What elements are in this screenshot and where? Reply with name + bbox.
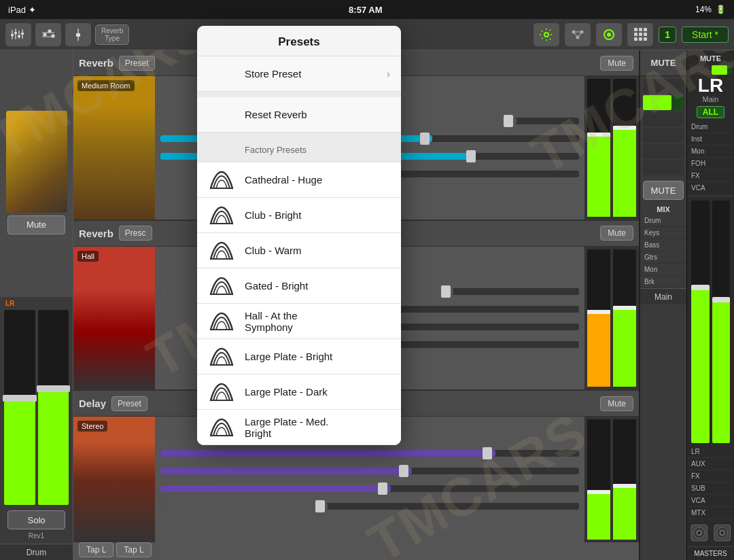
reverb2-vu	[584, 247, 639, 390]
vu2-ch1-handle[interactable]	[587, 310, 610, 314]
preset-large-plate-med-bright[interactable]: Large Plate - Med.Bright	[197, 410, 401, 445]
reverb1-vu	[584, 76, 639, 220]
reverb1-thumb-3[interactable]	[466, 150, 476, 162]
master-fader-aux[interactable]	[712, 200, 731, 443]
mute-button-top[interactable]: Mute	[7, 215, 65, 234]
nodes-icon[interactable]	[565, 23, 591, 46]
factory-header-icon	[208, 139, 235, 161]
preset-club-warm[interactable]: Club - Warm	[197, 233, 401, 268]
reverb1-thumb-2[interactable]	[420, 133, 430, 145]
grid-icon[interactable]	[627, 23, 653, 46]
delay-slider-4	[160, 499, 579, 514]
master-item-lr: LR	[687, 446, 734, 458]
speaker-icon-left	[690, 523, 709, 542]
transport-number[interactable]: 1	[659, 27, 676, 43]
mute-keys-fill	[643, 95, 671, 110]
delay-track-2[interactable]	[160, 468, 579, 474]
master-fader-lr[interactable]	[691, 200, 710, 443]
store-preset-item[interactable]: Store Preset ›	[197, 56, 401, 92]
reverb2-mute-button[interactable]: Mute	[600, 226, 633, 241]
vu-ch1	[587, 79, 610, 217]
delay-thumb-2[interactable]	[399, 465, 408, 477]
fader-channels	[4, 307, 68, 508]
vu2-ch1-fill	[587, 311, 610, 387]
svg-rect-2	[18, 31, 20, 39]
mixer-main-label: Main	[640, 288, 686, 304]
preset-hall-symphony[interactable]: Hall - At theSymphony	[197, 304, 401, 339]
all-badge[interactable]: ALL	[697, 106, 724, 118]
preset-large-plate-bright[interactable]: Large Plate - Bright	[197, 339, 401, 374]
mute-ch-gtrs	[643, 128, 684, 143]
vu3-ch1-handle[interactable]	[587, 490, 610, 494]
fader-ch1-handle[interactable]	[3, 395, 36, 402]
svg-line-21	[578, 32, 582, 37]
svg-rect-7	[21, 33, 24, 35]
mono-icon[interactable]	[65, 23, 91, 46]
fader-ch2-handle[interactable]	[37, 385, 70, 392]
delay-track-3[interactable]	[160, 485, 579, 492]
mute-ch-bass	[643, 111, 684, 126]
circle-icon[interactable]	[596, 23, 622, 46]
label-club-bright: Club - Bright	[245, 209, 390, 221]
fader-ch1[interactable]	[4, 310, 35, 505]
vu1-handle[interactable]	[587, 133, 610, 137]
reverb2-thumbnail: Hall	[73, 247, 155, 390]
delay-preset-button[interactable]: Preset	[111, 396, 147, 411]
reverb1-mute-button[interactable]: Mute	[600, 56, 633, 71]
mute-channel-list	[640, 76, 686, 178]
mixer-mute-button[interactable]: MUTE	[643, 181, 684, 200]
master-ch-mon: Mon	[687, 145, 734, 158]
left-fader-panel: Mute LR Solo Rev1 Drum	[0, 50, 73, 560]
delay-thumb-4[interactable]	[315, 500, 325, 512]
reverb2-preset-button[interactable]: Presc	[119, 226, 152, 241]
preset-club-bright[interactable]: Club - Bright	[197, 198, 401, 233]
svg-point-23	[607, 33, 611, 37]
delay-track-4[interactable]	[160, 503, 579, 510]
preset-icon-hall-symphony	[208, 311, 235, 332]
ch-keys: Keys	[640, 227, 686, 239]
eq-icon[interactable]	[35, 23, 61, 46]
reset-reverb-item[interactable]: Reset Reverb	[197, 97, 401, 133]
reverb1-name: Reverb	[79, 57, 113, 69]
solo-button[interactable]: Solo	[7, 510, 65, 529]
preset-cathedral-huge[interactable]: Cathedral - Huge	[197, 162, 401, 198]
vu3-ch2-handle[interactable]	[613, 484, 636, 488]
delay-fill-1	[160, 450, 495, 457]
master-item-aux: AUX	[687, 458, 734, 470]
reverb2-thumb-label: Hall	[77, 251, 99, 262]
rev1-label: Rev1	[29, 532, 44, 540]
delay-slider-1	[160, 446, 579, 461]
master-aux-handle[interactable]	[712, 297, 731, 302]
far-mute-label: MUTE	[700, 50, 721, 64]
settings-icon[interactable]	[534, 23, 559, 46]
reverb-type-button[interactable]: Reverb Type	[95, 24, 129, 45]
mixer-icon[interactable]	[5, 23, 31, 46]
status-bar: iPad ✦ 8:57 AM 14% 🔋	[0, 0, 734, 19]
start-button[interactable]: Start *	[682, 27, 729, 43]
store-preset-icon	[208, 63, 235, 85]
fader-ch2[interactable]	[38, 310, 69, 505]
delay-thumb-1[interactable]	[483, 447, 492, 459]
master-channel-list: Drum Inst Mon FOH FX VCA	[687, 121, 734, 194]
vu3-ch2-fill	[613, 486, 636, 540]
delay-mute-button[interactable]: Mute	[600, 396, 633, 411]
vu2-handle[interactable]	[613, 126, 636, 130]
tap-l-button[interactable]: Tap L	[79, 542, 113, 557]
reverb1-preset-button[interactable]: Preset	[119, 56, 155, 71]
preset-large-plate-dark[interactable]: Large Plate - Dark	[197, 374, 401, 410]
svg-line-20	[574, 32, 578, 37]
ch-drum: Drum	[640, 215, 686, 227]
reverb1-thumb-1[interactable]	[504, 115, 513, 127]
vu2-ch2-handle[interactable]	[613, 306, 636, 310]
tap-r-button[interactable]: Tap L	[116, 542, 151, 557]
delay-thumb-3[interactable]	[378, 483, 387, 495]
preset-gated-bright[interactable]: Gated - Bright	[197, 268, 401, 304]
delay-track-1[interactable]	[160, 450, 579, 457]
svg-point-15	[544, 33, 548, 37]
reverb2-thumb-1[interactable]	[441, 285, 451, 298]
lr-main-label: Main	[703, 95, 719, 103]
svg-rect-5	[14, 32, 17, 34]
label-hall-symphony: Hall - At theSymphony	[245, 310, 390, 333]
mix-label: MIX	[640, 203, 686, 215]
master-lr-handle[interactable]	[691, 285, 710, 290]
